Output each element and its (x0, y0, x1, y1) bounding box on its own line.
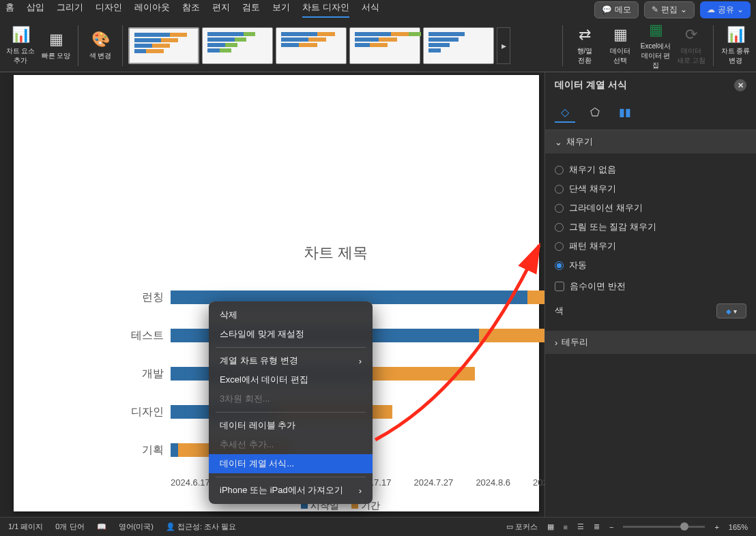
tab-mailings[interactable]: 편지 (212, 1, 230, 18)
fill-none-radio[interactable]: 채우기 없음 (555, 160, 746, 179)
change-color-button[interactable]: 🎨색 변경 (84, 22, 117, 70)
tab-review[interactable]: 검토 (242, 1, 260, 18)
document-area[interactable]: 차트 제목 런칭 테스트 개발 디자인 기획 (0, 72, 544, 517)
tab-home[interactable]: 홈 (5, 1, 14, 18)
grid-icon: ▦ (613, 26, 628, 44)
accessibility-indicator[interactable]: 👤 접근성: 조사 필요 (166, 522, 236, 532)
menu-bar: 홈 삽입 그리기 디자인 레이아웃 참조 편지 검토 보기 차트 디자인 서식 … (0, 0, 756, 19)
tab-view[interactable]: 보기 (272, 1, 290, 18)
format-pane: 데이터 계열 서식 ✕ ◇ ⬠ ▮▮ ⌄채우기 채우기 없음 단색 채우기 그라… (544, 72, 756, 517)
palette-icon: 🎨 (91, 31, 110, 48)
refresh-icon: ⟳ (685, 26, 697, 44)
tabs: 홈 삽입 그리기 디자인 레이아웃 참조 편지 검토 보기 차트 디자인 서식 (5, 1, 379, 18)
context-menu: 삭제 스타일에 맞게 재설정 계열 차트 유형 변경› Excel에서 데이터 … (209, 301, 373, 504)
chart-element-icon: 📊 (12, 26, 30, 44)
fill-gradient-radio[interactable]: 그라데이션 채우기 (555, 198, 746, 218)
chevron-down-icon: ⌄ (555, 137, 562, 147)
zoom-slider[interactable] (623, 526, 705, 528)
close-pane-button[interactable]: ✕ (734, 79, 746, 91)
color-label: 색 (555, 305, 564, 317)
chevron-right-icon: › (555, 338, 557, 348)
paint-bucket-icon: ◆ (726, 308, 731, 315)
change-chart-type-button[interactable]: 📊차트 종류 변경 (719, 22, 752, 70)
effects-tab[interactable]: ⬠ (585, 102, 605, 123)
word-count[interactable]: 0개 단어 (55, 522, 84, 532)
color-picker-button[interactable]: ◆ ▾ (716, 303, 746, 318)
paint-bucket-icon: ◇ (561, 106, 569, 119)
cm-add-trendline: 추세선 추가... (209, 435, 373, 454)
bars-icon: ▮▮ (619, 106, 631, 119)
cm-format-data-series[interactable]: 데이터 계열 서식... (209, 454, 373, 473)
edit-button[interactable]: ✎ 편집 ⌄ (644, 1, 695, 18)
chart-title[interactable]: 차트 제목 (119, 224, 544, 278)
header-actions: 💬 메모 ✎ 편집 ⌄ ☁ 공유 ⌄ (594, 1, 751, 18)
status-bar: 1/1 페이지 0개 단어 📖 영어(미국) 👤 접근성: 조사 필요 ▭ 포커… (0, 517, 756, 536)
tab-format[interactable]: 서식 (362, 1, 379, 18)
chart-style-3[interactable] (276, 27, 347, 64)
chart-style-4[interactable] (349, 27, 420, 64)
memo-button[interactable]: 💬 메모 (594, 1, 639, 18)
view-outline[interactable]: ☰ (577, 522, 584, 531)
chart-style-2[interactable] (202, 27, 273, 64)
select-data-button[interactable]: ▦데이터 선택 (604, 22, 637, 70)
tab-design[interactable]: 디자인 (96, 1, 122, 18)
fill-picture-radio[interactable]: 그림 또는 질감 채우기 (555, 218, 746, 237)
edit-data-excel-button[interactable]: ▦Excel에서 데이터 편집 (639, 22, 672, 70)
tab-references[interactable]: 참조 (182, 1, 200, 18)
focus-mode-button[interactable]: ▭ 포커스 (506, 522, 538, 532)
switch-icon: ⇄ (579, 26, 591, 44)
view-draft[interactable]: ≣ (594, 522, 600, 531)
pentagon-icon: ⬠ (590, 106, 600, 119)
ribbon: 📊차트 요소 추가 ▦빠른 모양 🎨색 변경 ▸ ⇄행/열 전환 ▦데이터 선택… (0, 19, 756, 72)
excel-icon: ▦ (649, 21, 663, 39)
tab-draw[interactable]: 그리기 (57, 1, 83, 18)
add-chart-element-button[interactable]: 📊차트 요소 추가 (4, 22, 37, 70)
cm-3d-rotation: 3차원 회전... (209, 389, 373, 408)
invert-negative-checkbox[interactable]: 음수이면 반전 (555, 275, 746, 298)
cm-edit-excel[interactable]: Excel에서 데이터 편집 (209, 370, 373, 389)
view-print-layout[interactable]: ▦ (547, 522, 554, 531)
fill-auto-radio[interactable]: 자동 (555, 256, 746, 275)
workspace: 차트 제목 런칭 테스트 개발 디자인 기획 (0, 72, 756, 517)
language-indicator[interactable]: 영어(미국) (119, 522, 154, 532)
zoom-out-button[interactable]: − (609, 523, 613, 531)
zoom-in-button[interactable]: + (714, 523, 718, 531)
fill-options: 채우기 없음 단색 채우기 그라데이션 채우기 그림 또는 질감 채우기 패턴 … (545, 153, 756, 331)
spellcheck-icon[interactable]: 📖 (97, 522, 106, 531)
switch-row-col-button[interactable]: ⇄행/열 전환 (568, 22, 601, 70)
refresh-data-button: ⟳데이터 새로 고침 (675, 22, 708, 70)
layout-icon: ▦ (49, 31, 63, 48)
border-section-header[interactable]: ›테두리 (545, 331, 756, 354)
cm-delete[interactable]: 삭제 (209, 306, 373, 325)
fill-solid-radio[interactable]: 단색 채우기 (555, 179, 746, 198)
cm-reset-style[interactable]: 스타일에 맞게 재설정 (209, 325, 373, 344)
style-gallery-more[interactable]: ▸ (497, 27, 510, 64)
view-web-layout[interactable]: ≡ (564, 523, 568, 531)
fill-pattern-radio[interactable]: 패턴 채우기 (555, 237, 746, 256)
share-button[interactable]: ☁ 공유 ⌄ (700, 1, 751, 18)
format-pane-tabs: ◇ ⬠ ▮▮ (545, 98, 756, 130)
chart-style-5[interactable] (423, 27, 494, 64)
chart-styles-gallery: ▸ (128, 27, 557, 64)
cm-import-ios[interactable]: iPhone 또는 iPad에서 가져오기› (209, 481, 373, 500)
page-indicator[interactable]: 1/1 페이지 (8, 522, 43, 532)
zoom-level[interactable]: 165% (729, 523, 748, 531)
chevron-right-icon: › (359, 486, 362, 496)
cm-add-data-labels[interactable]: 데이터 레이블 추가 (209, 416, 373, 435)
fill-section-header[interactable]: ⌄채우기 (545, 130, 756, 153)
quick-layout-button[interactable]: ▦빠른 모양 (40, 22, 72, 70)
fill-line-tab[interactable]: ◇ (555, 102, 575, 123)
chart-style-1[interactable] (128, 27, 199, 64)
series-options-tab[interactable]: ▮▮ (615, 102, 635, 123)
format-pane-title: 데이터 계열 서식 (555, 79, 627, 91)
tab-layout[interactable]: 레이아웃 (134, 1, 170, 18)
y-axis-labels: 런칭 테스트 개발 디자인 기획 (126, 278, 171, 469)
chevron-right-icon: › (359, 356, 362, 366)
chart-type-icon: 📊 (727, 26, 745, 44)
tab-insert[interactable]: 삽입 (27, 1, 44, 18)
cm-change-series-type[interactable]: 계열 차트 유형 변경› (209, 351, 373, 370)
tab-chart-design[interactable]: 차트 디자인 (302, 1, 349, 18)
